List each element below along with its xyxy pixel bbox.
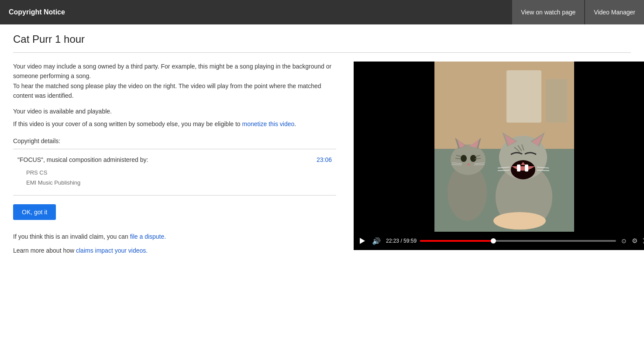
- captions-icon: ⊙: [621, 237, 627, 244]
- copyright-timestamp[interactable]: 23:06: [317, 156, 332, 163]
- header: Copyright Notice View on watch page Vide…: [0, 0, 644, 24]
- fullscreen-button[interactable]: ⛶: [641, 236, 644, 246]
- available-text: Your video is available and playable.: [13, 108, 336, 115]
- header-button-group: View on watch page Video Manager: [512, 0, 644, 24]
- settings-button[interactable]: ⚙: [630, 235, 639, 247]
- title-divider: [13, 52, 631, 53]
- page-title: Cat Purr 1 hour: [13, 33, 631, 45]
- view-watch-page-button[interactable]: View on watch page: [512, 0, 584, 24]
- svg-line-42: [537, 170, 549, 171]
- svg-line-40: [498, 170, 510, 171]
- play-button[interactable]: [358, 236, 367, 246]
- copyright-admins: PRS CS EMI Music Publishing: [17, 168, 332, 188]
- video-frame: [354, 62, 644, 232]
- video-player[interactable]: 🔊 22:23 / 59:59: [354, 62, 644, 250]
- video-controls-bar: 🔊 22:23 / 59:59: [354, 232, 644, 250]
- svg-line-18: [475, 158, 481, 159]
- svg-point-12: [461, 155, 467, 162]
- volume-button[interactable]: 🔊: [370, 235, 382, 247]
- video-thumbnail[interactable]: [354, 62, 644, 232]
- svg-point-7: [451, 144, 486, 175]
- svg-rect-28: [517, 165, 520, 169]
- cover-text: If this video is your cover of a song wr…: [13, 119, 336, 129]
- main-content: Cat Purr 1 hour Your video may include a…: [0, 24, 644, 263]
- video-manager-button[interactable]: Video Manager: [585, 0, 644, 24]
- svg-line-16: [455, 158, 461, 159]
- description-text: Your video may include a song owned by a…: [13, 62, 336, 101]
- captions-button[interactable]: ⊙: [620, 236, 628, 246]
- total-time: 59:59: [403, 238, 417, 244]
- copyright-row: "FOCUS", musical composition administere…: [17, 156, 332, 163]
- progress-played: [420, 240, 493, 242]
- left-panel: Your video may include a song owned by a…: [13, 62, 336, 254]
- time-display: 22:23 / 59:59: [386, 238, 417, 244]
- svg-point-13: [470, 155, 476, 162]
- right-controls: ⊙ ⚙ ⛶: [620, 235, 644, 247]
- ok-got-it-button[interactable]: OK, got it: [13, 204, 56, 220]
- gear-icon: ⚙: [632, 237, 637, 245]
- copyright-box: "FOCUS", musical composition administere…: [13, 149, 336, 196]
- svg-rect-29: [525, 165, 528, 169]
- current-time: 22:23: [386, 238, 399, 244]
- page-header-title: Copyright Notice: [9, 8, 65, 16]
- learn-text: Learn more about how claims impact your …: [13, 247, 336, 254]
- copyright-admin-1: PRS CS: [26, 168, 332, 178]
- copyright-details-label: Copyright details:: [13, 137, 336, 144]
- copyright-admin-2: EMI Music Publishing: [26, 178, 332, 188]
- copyright-song-title: "FOCUS", musical composition administere…: [17, 156, 148, 163]
- dispute-text: If you think this is an invalid claim, y…: [13, 233, 336, 240]
- progress-dot: [491, 238, 496, 244]
- svg-point-34: [493, 212, 546, 230]
- dispute-link[interactable]: file a dispute.: [130, 233, 166, 240]
- content-area: Your video may include a song owned by a…: [13, 62, 631, 254]
- right-panel: 🔊 22:23 / 59:59: [354, 62, 644, 250]
- learn-link[interactable]: claims impact your videos.: [76, 247, 148, 254]
- volume-icon: 🔊: [372, 237, 381, 245]
- svg-rect-4: [506, 70, 541, 123]
- svg-rect-5: [546, 79, 568, 123]
- play-icon: [360, 238, 365, 244]
- monetize-link[interactable]: monetize this video: [242, 120, 295, 127]
- progress-bar[interactable]: [420, 240, 616, 242]
